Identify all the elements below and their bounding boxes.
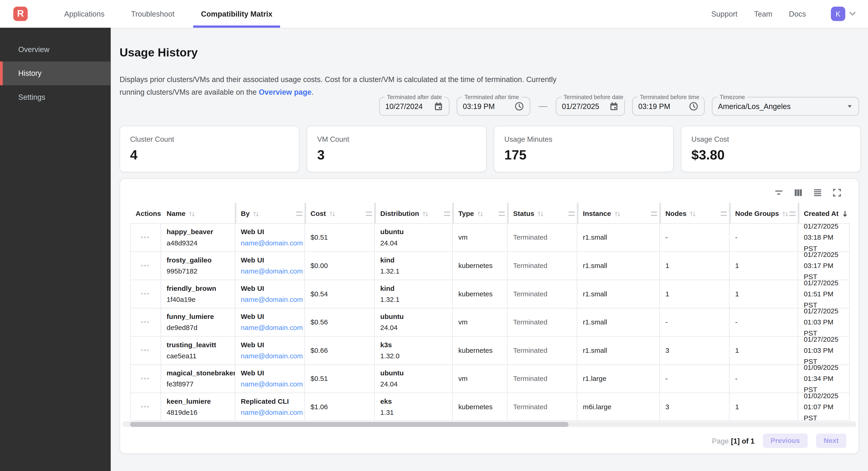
top-link-docs[interactable]: Docs: [781, 10, 814, 18]
previous-page-button[interactable]: Previous: [763, 434, 808, 448]
email-link[interactable]: name@domain.com: [241, 294, 302, 305]
tab-compatibility-matrix[interactable]: Compatibility Matrix: [188, 0, 286, 28]
column-header-created-at[interactable]: Created At: [798, 204, 849, 223]
cell-text: 01:34 PM PST: [804, 373, 847, 393]
cell-text: -: [665, 232, 727, 243]
cell-text: happy_beaver: [166, 227, 232, 238]
next-page-button[interactable]: Next: [816, 434, 846, 448]
column-header-status[interactable]: Status: [508, 204, 578, 223]
sidebar-item-overview[interactable]: Overview: [0, 37, 111, 61]
scrollbar-thumb[interactable]: [130, 422, 568, 427]
usage-table-card: ActionsNameByCostDistributionTypeStatusI…: [120, 178, 859, 454]
column-resize-handle[interactable]: [651, 211, 657, 216]
column-header-distribution[interactable]: Distribution: [375, 204, 453, 223]
cell-nodes: 3: [660, 336, 730, 364]
column-label: Status: [513, 210, 534, 218]
column-resize-handle[interactable]: [568, 211, 575, 216]
row-actions-menu[interactable]: •••: [141, 232, 150, 243]
cell-type: kubernetes: [453, 393, 508, 421]
columns-button[interactable]: [793, 188, 803, 198]
clock-icon: [514, 101, 524, 111]
cell-text: -: [665, 317, 727, 328]
cell-text: Web UI: [241, 255, 302, 266]
cell-text: kubernetes: [458, 401, 505, 412]
email-link[interactable]: name@domain.com: [241, 322, 302, 333]
cell-text: magical_stonebraker: [166, 368, 232, 379]
row-actions-menu[interactable]: •••: [141, 401, 150, 412]
column-resize-handle[interactable]: [789, 211, 796, 216]
column-resize-handle[interactable]: [444, 211, 450, 216]
cell-instance: r1.small: [577, 308, 660, 336]
cell-cost: $0.66: [305, 336, 375, 364]
cell-actions: •••: [130, 393, 161, 421]
sidebar: OverviewHistorySettings: [0, 28, 111, 471]
row-actions-menu[interactable]: •••: [141, 345, 150, 356]
column-header-name[interactable]: Name: [161, 204, 235, 223]
sidebar-item-settings[interactable]: Settings: [0, 85, 111, 109]
cell-created-at: 01/27/202501:03 PM PST: [798, 336, 849, 364]
terminated-after-time-field[interactable]: Terminated after time03:19 PM: [457, 97, 530, 116]
table-header: ActionsNameByCostDistributionTypeStatusI…: [130, 204, 850, 223]
email-link[interactable]: name@domain.com: [241, 238, 302, 248]
cell-distribution: ubuntu24.04: [375, 308, 453, 336]
cell-text: 1.32.1: [380, 294, 450, 305]
column-header-type[interactable]: Type: [453, 204, 508, 223]
filter-button[interactable]: [774, 188, 784, 198]
cell-type: vm: [453, 364, 508, 393]
column-header-cost[interactable]: Cost: [305, 204, 375, 223]
terminated-after-date-field[interactable]: Terminated after date10/27/2024: [379, 97, 450, 116]
row-actions-menu[interactable]: •••: [141, 373, 150, 384]
timezone-field[interactable]: TimezoneAmerica/Los_Angeles: [712, 97, 859, 116]
cell-text: r1.small: [583, 289, 657, 300]
cell-text: eks: [380, 396, 450, 407]
email-link[interactable]: name@domain.com: [241, 266, 302, 277]
column-resize-handle[interactable]: [366, 211, 372, 216]
field-label: Terminated before date: [561, 93, 626, 100]
row-actions-menu[interactable]: •••: [141, 260, 150, 271]
density-button[interactable]: [813, 188, 823, 198]
account-menu[interactable]: K: [831, 7, 856, 21]
fullscreen-button[interactable]: [832, 188, 842, 198]
cell-text: 24.04: [380, 379, 450, 390]
column-resize-handle[interactable]: [499, 211, 505, 216]
email-link[interactable]: name@domain.com: [241, 407, 302, 418]
email-link[interactable]: name@domain.com: [241, 351, 302, 361]
cell-by: Web UIname@domain.com: [235, 364, 305, 393]
stat-value: $3.80: [691, 147, 850, 163]
tab-applications[interactable]: Applications: [51, 0, 118, 28]
column-header-instance[interactable]: Instance: [577, 204, 660, 223]
terminated-before-time-field[interactable]: Terminated before time03:19 PM: [632, 97, 705, 116]
sidebar-item-history[interactable]: History: [0, 61, 111, 85]
cell-text: 01/27/2025: [804, 252, 847, 260]
top-link-team[interactable]: Team: [746, 10, 780, 18]
avatar[interactable]: K: [831, 7, 845, 21]
cell-instance: r1.small: [577, 336, 660, 364]
field-value: America/Los_Angeles: [718, 102, 791, 110]
cell-text: 01/27/2025: [804, 308, 847, 317]
cell-node-groups: -: [730, 308, 798, 336]
stat-cards: Cluster Count4VM Count3Usage Minutes175U…: [120, 125, 861, 172]
cell-text: r1.small: [583, 260, 657, 271]
column-header-by[interactable]: By: [235, 204, 305, 223]
column-header-nodes[interactable]: Nodes: [660, 204, 730, 223]
top-link-support[interactable]: Support: [703, 10, 746, 18]
terminated-before-date-field[interactable]: Terminated before date01/27/2025: [556, 97, 625, 116]
tab-troubleshoot[interactable]: Troubleshoot: [118, 0, 188, 28]
email-link[interactable]: name@domain.com: [241, 379, 302, 390]
row-actions-menu[interactable]: •••: [141, 317, 150, 328]
row-actions-menu[interactable]: •••: [141, 289, 150, 300]
overview-page-link[interactable]: Overview page: [259, 88, 311, 96]
calendar-icon: [609, 101, 619, 111]
table-row: •••funny_lumierede9ed87dWeb UIname@domai…: [130, 308, 850, 336]
cell-text: r1.small: [583, 345, 657, 356]
cell-text: -: [735, 317, 796, 328]
replicated-logo[interactable]: R: [13, 7, 28, 21]
cell-text: 01/09/2025: [804, 364, 847, 373]
cell-by: Web UIname@domain.com: [235, 308, 305, 336]
column-resize-handle[interactable]: [721, 211, 727, 216]
column-resize-handle[interactable]: [296, 211, 302, 216]
column-header-node-groups[interactable]: Node Groups: [730, 204, 798, 223]
stat-value: 175: [504, 147, 663, 163]
cell-text: 995b7182: [166, 266, 232, 277]
table-row: •••keen_lumiere4819de16Replicated CLInam…: [130, 393, 850, 421]
